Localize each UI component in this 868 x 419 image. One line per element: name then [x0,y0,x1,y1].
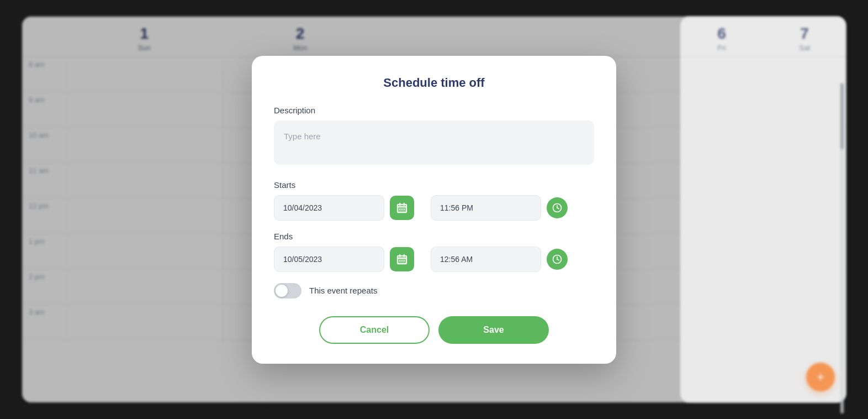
svg-line-21 [557,259,559,260]
ends-clock-button[interactable] [547,249,568,270]
schedule-modal: Schedule time off Description Starts [252,56,616,364]
svg-rect-0 [398,204,407,212]
cancel-button[interactable]: Cancel [319,316,430,344]
svg-rect-11 [398,255,407,264]
repeats-toggle[interactable] [274,283,301,298]
ends-row [274,247,594,272]
toggle-knob [276,285,288,297]
description-input[interactable] [274,121,594,165]
starts-date-input[interactable] [274,195,384,221]
svg-point-18 [404,260,405,261]
ends-time-input[interactable] [431,247,541,272]
svg-line-10 [557,208,559,209]
modal-title: Schedule time off [274,76,594,90]
repeats-row: This event repeats [274,283,594,298]
starts-section: Starts [274,180,594,221]
svg-point-16 [399,260,400,261]
modal-overlay: Schedule time off Description Starts [0,0,868,419]
clock-icon [552,202,563,213]
clock-icon [552,254,563,265]
starts-clock-button[interactable] [547,197,568,218]
calendar-icon [396,253,408,265]
svg-point-7 [404,208,405,210]
description-label: Description [274,106,594,115]
ends-calendar-button[interactable] [390,247,414,271]
modal-actions: Cancel Save [274,316,594,344]
svg-point-5 [399,208,400,210]
starts-calendar-button[interactable] [390,196,414,220]
save-button[interactable]: Save [438,316,549,344]
svg-point-17 [401,260,403,261]
ends-label: Ends [274,232,594,241]
starts-time-input[interactable] [431,195,541,221]
svg-point-6 [401,208,403,210]
repeats-label: This event repeats [309,286,377,295]
ends-section: Ends [274,232,594,272]
starts-row [274,195,594,221]
ends-date-input[interactable] [274,247,384,272]
starts-label: Starts [274,180,594,190]
calendar-icon [396,202,408,214]
